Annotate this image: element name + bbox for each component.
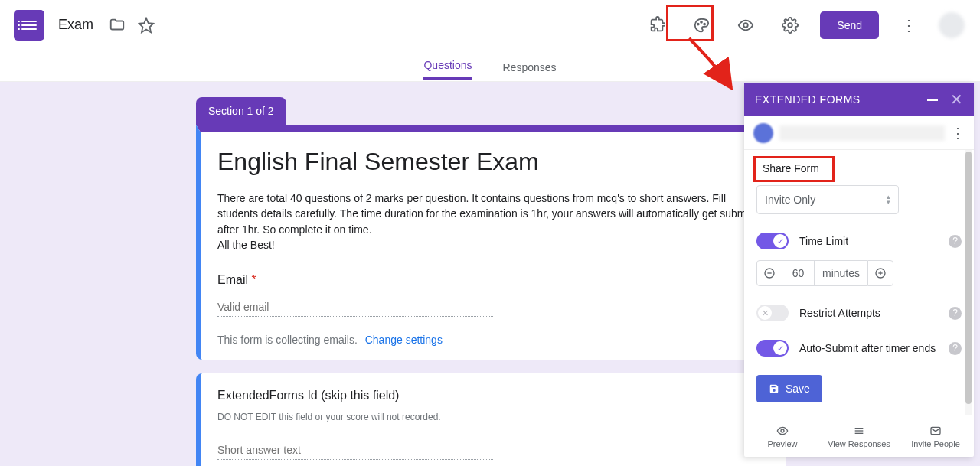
time-value-input[interactable]	[782, 260, 815, 286]
svg-point-5	[789, 23, 793, 28]
eye-icon	[776, 425, 789, 437]
svg-point-3	[704, 23, 706, 24]
footer-invite[interactable]: Invite People	[897, 415, 974, 457]
footer-view-responses[interactable]: View Responses	[821, 415, 897, 457]
app-header: Exam Send ⋮	[0, 0, 980, 50]
question-title[interactable]: ExtendedForms Id (skip this field)	[217, 389, 769, 402]
minimize-icon[interactable]	[927, 99, 938, 101]
folder-icon[interactable]	[109, 17, 126, 34]
auto-submit-toggle[interactable]: ✓	[756, 340, 789, 357]
svg-point-2	[701, 21, 702, 22]
footer-preview[interactable]: Preview	[744, 415, 821, 457]
user-avatar	[753, 123, 773, 143]
panel-footer: Preview View Responses Invite People	[744, 415, 974, 457]
panel-header: EXTENDED FORMS ✕	[744, 83, 974, 116]
list-icon	[852, 425, 866, 437]
save-icon	[769, 383, 779, 394]
save-label: Save	[786, 383, 810, 395]
time-limit-toggle[interactable]: ✓	[756, 233, 789, 249]
extended-forms-panel: EXTENDED FORMS ✕ ⋮ Share Form Invite Onl…	[744, 83, 974, 457]
svg-point-4	[744, 23, 749, 28]
increase-button[interactable]	[867, 260, 893, 286]
share-form-label: Share Form	[756, 158, 825, 179]
restrict-attempts-toggle[interactable]: ✕	[756, 305, 789, 321]
mail-icon	[929, 425, 942, 437]
time-limit-label: Time Limit	[799, 235, 938, 247]
select-caret-icon: ▴▾	[887, 194, 890, 205]
forms-logo	[14, 10, 44, 41]
collecting-text: This form is collecting emails.	[217, 334, 358, 346]
svg-point-11	[781, 429, 784, 432]
short-answer-input[interactable]	[217, 441, 493, 460]
panel-title: EXTENDED FORMS	[755, 93, 861, 106]
preview-icon[interactable]	[737, 17, 754, 34]
svg-point-1	[697, 23, 699, 24]
form-tabs: Questions Responses	[0, 50, 980, 82]
panel-user-menu-icon[interactable]: ⋮	[951, 125, 965, 142]
collecting-emails-row: This form is collecting emails. Change s…	[217, 334, 769, 346]
account-avatar[interactable]	[939, 12, 965, 38]
auto-submit-label: Auto-Submit after timer ends	[799, 342, 938, 354]
question-card[interactable]: ExtendedForms Id (skip this field) DO NO…	[196, 373, 786, 466]
addons-icon[interactable]	[648, 17, 665, 34]
help-icon[interactable]: ?	[949, 342, 962, 355]
email-field[interactable]	[217, 298, 493, 317]
settings-icon[interactable]	[782, 17, 799, 34]
form-description[interactable]: There are total 40 questions of 2 marks …	[217, 191, 769, 259]
send-button[interactable]: Send	[820, 11, 879, 39]
decrease-button[interactable]	[756, 260, 782, 286]
section-indicator: Section 1 of 2	[196, 97, 286, 125]
time-unit-label: minutes	[815, 260, 867, 286]
svg-marker-0	[139, 18, 153, 31]
document-title[interactable]: Exam	[58, 17, 93, 33]
footer-preview-label: Preview	[767, 439, 797, 448]
form-header-card[interactable]: ⌄⌄ English Final Semester Exam There are…	[196, 125, 786, 360]
time-limit-stepper: minutes	[756, 260, 962, 286]
user-name	[779, 125, 945, 141]
help-icon[interactable]: ?	[949, 307, 962, 320]
panel-user-row: ⋮	[744, 116, 974, 150]
palette-icon[interactable]	[693, 17, 710, 34]
footer-invite-label: Invite People	[911, 439, 960, 448]
share-mode-select[interactable]: Invite Only ▴▾	[756, 185, 899, 214]
change-settings-link[interactable]: Change settings	[365, 334, 443, 346]
panel-body: Share Form Invite Only ▴▾ ✓ Time Limit ?…	[744, 150, 974, 415]
tab-questions[interactable]: Questions	[423, 59, 472, 80]
restrict-attempts-label: Restrict Attempts	[799, 307, 938, 319]
form-title[interactable]: English Final Semester Exam	[217, 148, 769, 181]
share-mode-value: Invite Only	[765, 194, 815, 206]
save-button[interactable]: Save	[756, 375, 822, 402]
question-hint: DO NOT EDIT this field or your score wil…	[217, 412, 769, 422]
panel-scrollbar[interactable]	[965, 150, 972, 415]
help-icon[interactable]: ?	[949, 235, 962, 248]
close-icon[interactable]: ✕	[950, 90, 964, 109]
email-label: Email *	[217, 273, 256, 286]
star-icon[interactable]	[138, 17, 155, 34]
footer-responses-label: View Responses	[828, 439, 890, 448]
more-menu-icon[interactable]: ⋮	[900, 17, 917, 34]
tab-responses[interactable]: Responses	[503, 61, 557, 80]
